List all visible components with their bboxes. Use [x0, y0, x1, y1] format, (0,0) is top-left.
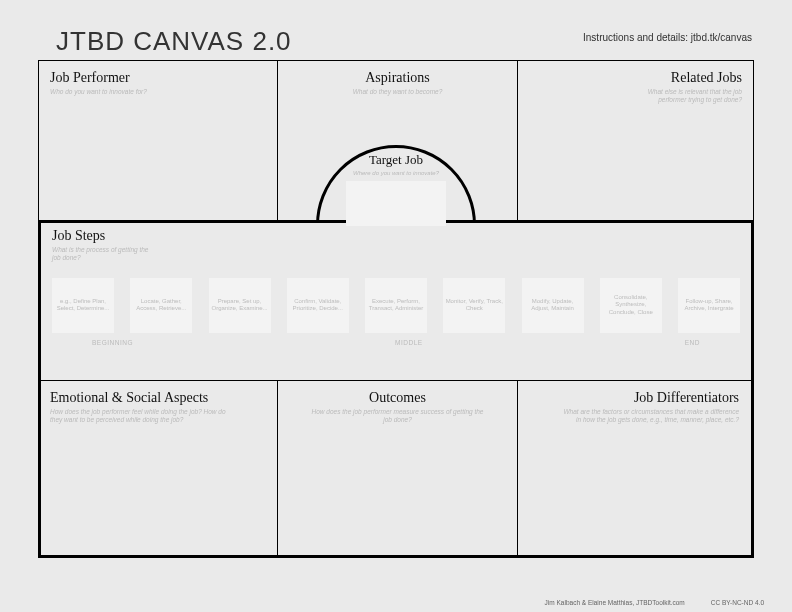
- cell-emotional-social: Emotional & Social Aspects How does the …: [38, 380, 278, 556]
- title-related-jobs: Related Jobs: [530, 70, 742, 86]
- step-card-text: Monitor, Verify, Track, Check: [445, 298, 503, 313]
- step-card: Prepare, Set up, Organize, Examine...: [209, 278, 271, 333]
- sub-job-steps: What is the process of getting the job d…: [52, 246, 152, 262]
- step-card: Execute, Perform, Transact, Administer: [365, 278, 427, 333]
- step-card-text: Locate, Gather, Access, Retrieve...: [132, 298, 190, 313]
- step-card: Follow-up, Share, Archive, Intergrate: [678, 278, 740, 333]
- cell-outcomes: Outcomes How does the job performer meas…: [278, 380, 518, 556]
- title-emotional-social: Emotional & Social Aspects: [50, 390, 265, 406]
- footer: Jim Kalbach & Elaine Matthias, JTBDToolk…: [545, 599, 764, 606]
- cell-related-jobs: Related Jobs What else is relevant that …: [518, 60, 754, 220]
- cell-job-steps: Job Steps What is the process of getting…: [38, 220, 754, 380]
- phase-beginning: BEGINNING: [92, 339, 133, 346]
- title-target-job: Target Job: [316, 152, 476, 168]
- title-job-performer: Job Performer: [50, 70, 265, 86]
- phase-middle: MIDDLE: [395, 339, 423, 346]
- step-card: Consolidate, Synthesize, Conclude, Close: [600, 278, 662, 333]
- title-job-steps: Job Steps: [52, 228, 740, 244]
- sub-target-job: Where do you want to innovate?: [316, 170, 476, 177]
- step-card-text: e.g., Define Plan, Select, Determine...: [54, 298, 112, 313]
- sub-aspirations: What do they want to become?: [338, 88, 458, 96]
- step-cards-row: e.g., Define Plan, Select, Determine... …: [52, 278, 740, 333]
- step-card: Monitor, Verify, Track, Check: [443, 278, 505, 333]
- footer-license: CC BY-NC-ND 4.0: [711, 599, 764, 606]
- title-differentiators: Job Differentiators: [530, 390, 739, 406]
- step-card: Locate, Gather, Access, Retrieve...: [130, 278, 192, 333]
- title-aspirations: Aspirations: [290, 70, 505, 86]
- sub-job-performer: Who do you want to innovate for?: [50, 88, 265, 96]
- page: JTBD CANVAS 2.0 Instructions and details…: [0, 0, 792, 612]
- step-card: Modify, Update, Adjust, Maintain: [522, 278, 584, 333]
- step-card: e.g., Define Plan, Select, Determine...: [52, 278, 114, 333]
- step-card-text: Prepare, Set up, Organize, Examine...: [211, 298, 269, 313]
- sub-emotional-social: How does the job performer feel while do…: [50, 408, 230, 424]
- main-title: JTBD CANVAS 2.0: [56, 26, 292, 57]
- cell-differentiators: Job Differentiators What are the factors…: [518, 380, 751, 556]
- sub-differentiators: What are the factors or circumstances th…: [559, 408, 739, 424]
- sub-outcomes: How does the job performer measure succe…: [308, 408, 488, 424]
- phase-end: END: [685, 339, 700, 346]
- step-card: Confirm, Validate, Prioritize, Decide...: [287, 278, 349, 333]
- sub-related-jobs: What else is relevant that the job perfo…: [622, 88, 742, 104]
- instructions-link[interactable]: Instructions and details: jtbd.tk/canvas: [583, 32, 752, 43]
- canvas: Job Performer Who do you want to innovat…: [38, 60, 754, 558]
- title-outcomes: Outcomes: [290, 390, 505, 406]
- step-card-text: Confirm, Validate, Prioritize, Decide...: [289, 298, 347, 313]
- step-card-text: Modify, Update, Adjust, Maintain: [524, 298, 582, 313]
- step-card-text: Follow-up, Share, Archive, Intergrate: [680, 298, 738, 313]
- phase-labels: BEGINNING MIDDLE END: [92, 339, 700, 346]
- cell-job-performer: Job Performer Who do you want to innovat…: [38, 60, 278, 220]
- step-card-text: Consolidate, Synthesize, Conclude, Close: [602, 294, 660, 317]
- step-card-text: Execute, Perform, Transact, Administer: [367, 298, 425, 313]
- footer-credit: Jim Kalbach & Elaine Matthias, JTBDToolk…: [545, 599, 685, 606]
- cell-target-job: Target Job Where do you want to innovate…: [316, 152, 476, 226]
